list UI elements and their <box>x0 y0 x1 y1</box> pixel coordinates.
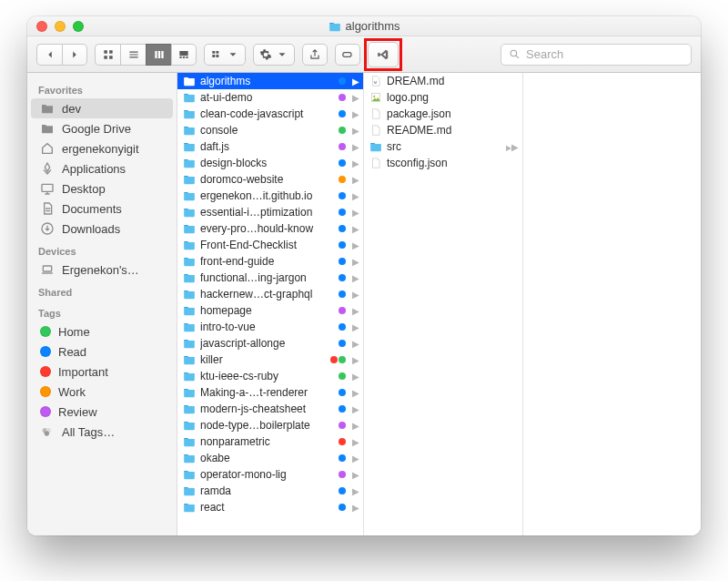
disclosure-arrow: ▶ <box>352 454 359 464</box>
list-item[interactable]: logo.png <box>364 89 522 106</box>
forward-button[interactable] <box>62 44 87 66</box>
list-item[interactable]: algorithms▶ <box>177 73 363 89</box>
disclosure-arrow: ▶ <box>352 257 359 267</box>
list-item[interactable]: ktu-ieee-cs-ruby▶ <box>177 368 363 384</box>
traffic-lights <box>27 21 84 32</box>
grid-icon <box>102 48 115 61</box>
folder-icon <box>183 468 196 481</box>
disclosure-arrow: ▶ <box>352 109 359 119</box>
sidebar-tag[interactable]: Read <box>27 341 177 362</box>
folder-icon <box>183 452 196 464</box>
svg-point-1 <box>511 50 517 56</box>
column-browser: algorithms▶at-ui-demo▶clean-code-javascr… <box>177 73 701 535</box>
list-item[interactable]: MDREAM.md <box>364 73 522 89</box>
sidebar-item[interactable]: dev <box>31 98 173 118</box>
disclosure-arrow: ▶ <box>352 306 359 316</box>
list-item[interactable]: at-ui-demo▶ <box>177 89 363 106</box>
list-view-button[interactable] <box>120 44 146 66</box>
list-item[interactable]: daft.js▶ <box>177 138 363 155</box>
sidebar-tag[interactable]: Review <box>27 402 177 422</box>
sidebar-item[interactable]: Documents <box>27 199 177 219</box>
share-icon <box>308 48 321 61</box>
sidebar-item[interactable]: Desktop <box>27 178 177 199</box>
column-view-button[interactable] <box>146 44 171 66</box>
close-button[interactable] <box>36 21 47 32</box>
list-item[interactable]: functional…ing-jargon▶ <box>177 270 363 286</box>
sidebar-header-favorites: Favorites <box>27 77 177 98</box>
folder-icon <box>183 75 196 87</box>
view-mode-segment <box>95 44 197 66</box>
tag-dots <box>339 94 346 101</box>
all-tags-icon <box>40 424 55 439</box>
list-item[interactable]: javascript-allonge▶ <box>177 335 363 352</box>
folder-icon <box>183 222 196 235</box>
folder-icon <box>183 353 196 366</box>
sidebar-tag[interactable]: Work <box>27 382 177 402</box>
list-item[interactable]: operator-mono-lig▶ <box>177 466 363 483</box>
sidebar-item[interactable]: ergenekonyigit <box>27 138 177 158</box>
disclosure-arrow: ▶ <box>352 126 359 136</box>
svg-rect-4 <box>43 266 51 271</box>
sidebar-tag[interactable]: Home <box>27 321 177 341</box>
list-item[interactable]: modern-js-cheatsheet▶ <box>177 401 363 417</box>
svg-point-10 <box>373 96 375 97</box>
list-item[interactable]: package.json <box>364 106 522 122</box>
list-item[interactable]: every-pro…hould-know▶ <box>177 220 363 237</box>
minimize-button[interactable] <box>55 21 66 32</box>
folder-icon <box>183 435 196 448</box>
svg-point-7 <box>45 431 49 435</box>
sidebar-header-devices: Devices <box>27 239 177 260</box>
disclosure-arrow: ▶ <box>352 503 359 513</box>
share-button[interactable] <box>302 44 328 66</box>
column-1[interactable]: algorithms▶at-ui-demo▶clean-code-javascr… <box>177 73 364 535</box>
list-item[interactable]: front-end-guide▶ <box>177 253 363 270</box>
tag-dot <box>40 326 51 337</box>
list-item[interactable]: tsconfig.json <box>364 155 522 171</box>
list-item[interactable]: homepage▶ <box>177 302 363 319</box>
list-item[interactable]: src▶ <box>364 138 522 155</box>
icon-view-button[interactable] <box>95 44 120 66</box>
list-item[interactable]: essential-i…ptimization▶ <box>177 204 363 220</box>
list-item[interactable]: ramda▶ <box>177 483 363 499</box>
open-in-vscode-button[interactable] <box>368 42 399 67</box>
list-item[interactable]: killer▶ <box>177 352 363 368</box>
list-item[interactable]: design-blocks▶ <box>177 155 363 171</box>
folder-icon <box>183 107 196 120</box>
list-item[interactable]: console▶ <box>177 122 363 138</box>
list-item[interactable]: README.md <box>364 122 522 138</box>
disclosure-arrow: ▶ <box>352 470 359 480</box>
sidebar-item[interactable]: Downloads <box>27 219 177 239</box>
tag-dots <box>339 487 346 494</box>
tag-dots <box>339 176 346 183</box>
list-item[interactable]: ergenekon…it.github.io▶ <box>177 188 363 204</box>
list-item[interactable]: hackernew…ct-graphql▶ <box>177 286 363 302</box>
list-item[interactable]: Making-a-…t-renderer▶ <box>177 384 363 401</box>
folder-icon <box>183 419 196 432</box>
folder-icon <box>183 91 196 104</box>
list-item[interactable]: clean-code-javascript▶ <box>177 106 363 122</box>
gallery-view-button[interactable] <box>171 44 197 66</box>
arrange-button[interactable] <box>204 44 246 66</box>
search-field[interactable]: Search <box>500 44 692 66</box>
column-2[interactable]: MDREAM.mdlogo.pngpackage.jsonREADME.mdsr… <box>364 73 523 535</box>
list-item[interactable]: nonparametric▶ <box>177 433 363 450</box>
sidebar-item[interactable]: Applications <box>27 158 177 178</box>
sidebar-tag[interactable]: All Tags… <box>27 422 177 442</box>
sidebar-item[interactable]: Ergenekon's… <box>27 260 177 280</box>
list-item[interactable]: react▶ <box>177 499 363 515</box>
sidebar-tag[interactable]: Important <box>27 362 177 382</box>
tag-dots <box>339 77 346 85</box>
action-button[interactable] <box>253 44 295 66</box>
back-button[interactable] <box>36 44 62 66</box>
zoom-button[interactable] <box>73 21 84 32</box>
tag-dots <box>339 290 346 298</box>
folder-icon <box>183 271 196 284</box>
list-item[interactable]: Front-End-Checklist▶ <box>177 237 363 253</box>
list-item[interactable]: okabe▶ <box>177 450 363 466</box>
list-item[interactable]: intro-to-vue▶ <box>177 319 363 335</box>
tag-button[interactable] <box>335 44 360 66</box>
list-item[interactable]: doromco-website▶ <box>177 171 363 188</box>
vscode-icon <box>377 48 389 61</box>
sidebar-item[interactable]: Google Drive <box>27 118 177 138</box>
list-item[interactable]: node-type…boilerplate▶ <box>177 417 363 433</box>
